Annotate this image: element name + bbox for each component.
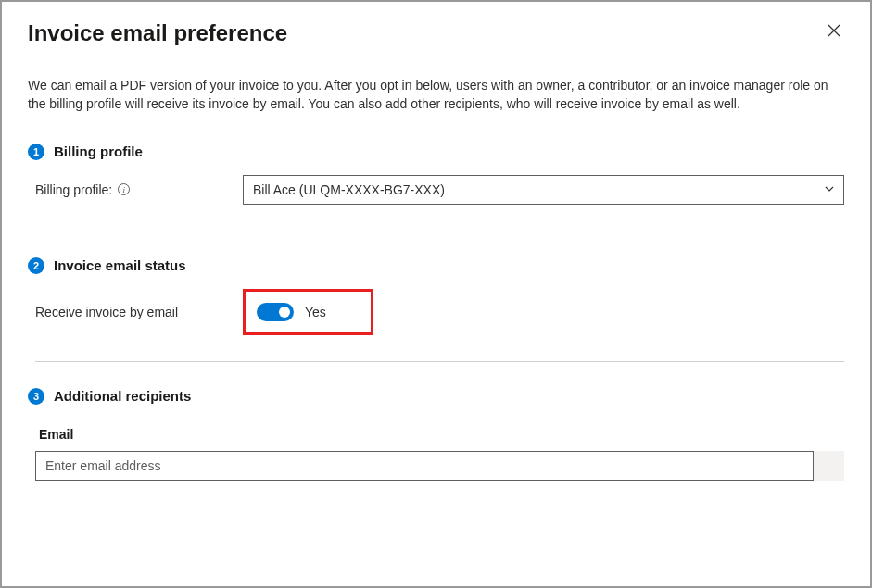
section-title: Additional recipients (54, 388, 191, 404)
panel-title: Invoice email preference (28, 20, 287, 46)
section-title: Billing profile (54, 144, 143, 159)
toggle-value-text: Yes (305, 305, 326, 319)
billing-profile-row: Billing profile: i Bill Ace (ULQM-XXXX-B… (35, 175, 844, 205)
email-column-header: Email (35, 427, 844, 442)
section-header: 1 Billing profile (28, 144, 844, 160)
panel-description: We can email a PDF version of your invoi… (28, 76, 844, 114)
billing-profile-label: Billing profile: i (35, 182, 243, 197)
section-header: 2 Invoice email status (28, 257, 844, 274)
close-icon (828, 24, 840, 40)
billing-profile-select-wrapper: Bill Ace (ULQM-XXXX-BG7-XXX) (243, 175, 844, 205)
label-text: Billing profile: (35, 182, 112, 197)
receive-invoice-label: Receive invoice by email (35, 305, 243, 319)
section-billing-profile: 1 Billing profile Billing profile: i Bil… (28, 144, 844, 205)
select-value: Bill Ace (ULQM-XXXX-BG7-XXX) (253, 182, 445, 197)
receive-invoice-row: Receive invoice by email Yes (35, 289, 844, 335)
section-divider (35, 231, 844, 231)
section-title: Invoice email status (54, 257, 186, 273)
billing-profile-select[interactable]: Bill Ace (ULQM-XXXX-BG7-XXX) (243, 175, 844, 205)
step-badge: 2 (28, 257, 44, 274)
section-header: 3 Additional recipients (28, 388, 844, 405)
toggle-thumb (279, 307, 290, 318)
receive-invoice-toggle[interactable] (257, 303, 294, 321)
step-badge: 3 (28, 388, 44, 405)
section-divider (35, 361, 844, 362)
email-section: Email (35, 427, 844, 481)
info-icon[interactable]: i (118, 183, 130, 195)
email-input[interactable] (35, 451, 814, 481)
step-badge: 1 (28, 144, 44, 160)
toggle-highlight-box: Yes (243, 289, 373, 335)
panel-header: Invoice email preference (28, 20, 844, 46)
section-invoice-status: 2 Invoice email status Receive invoice b… (28, 257, 844, 335)
close-button[interactable] (824, 20, 844, 44)
email-input-row (35, 451, 844, 481)
section-additional-recipients: 3 Additional recipients Email (28, 388, 844, 481)
